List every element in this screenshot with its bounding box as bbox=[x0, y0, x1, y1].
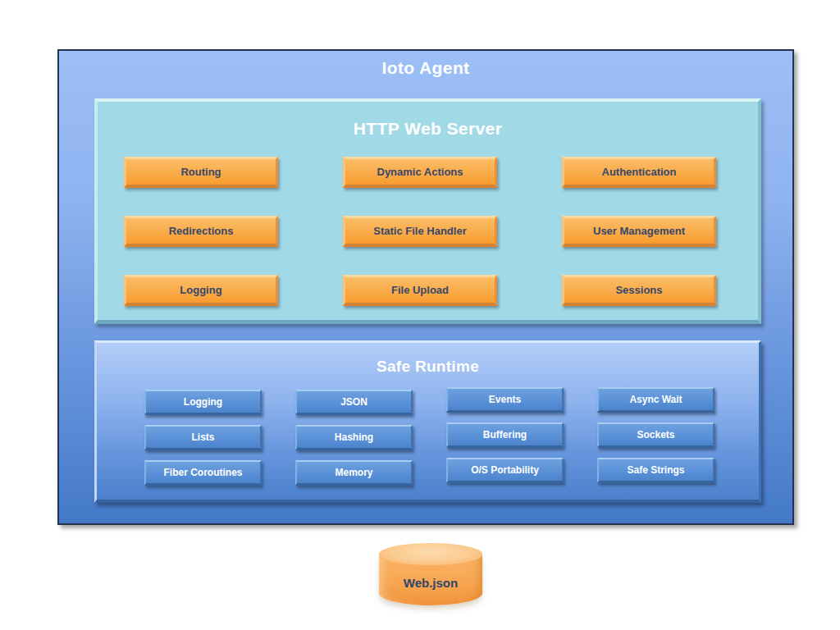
diagram-canvas: Ioto Agent HTTP Web Server Routing Dynam… bbox=[0, 0, 840, 630]
runtime-item-buffering: Buffering bbox=[446, 422, 564, 448]
runtime-item-safe-strings: Safe Strings bbox=[597, 458, 714, 483]
webjson-datastore-cylinder: Web.json bbox=[379, 543, 482, 607]
safe-runtime-box: Safe Runtime Logging JSON Events Async W… bbox=[94, 340, 761, 503]
cylinder-top-ellipse bbox=[379, 543, 482, 565]
runtime-item-logging: Logging bbox=[144, 390, 262, 415]
runtime-item-sockets: Sockets bbox=[597, 422, 714, 448]
http-item-static-file-handler: Static File Handler bbox=[343, 216, 497, 247]
runtime-item-events: Events bbox=[446, 387, 564, 413]
runtime-item-fiber-coroutines: Fiber Coroutines bbox=[144, 460, 262, 486]
http-item-file-upload: File Upload bbox=[343, 275, 497, 306]
ioto-agent-title: Ioto Agent bbox=[59, 58, 792, 78]
http-item-logging: Logging bbox=[124, 275, 278, 306]
http-item-routing: Routing bbox=[124, 157, 278, 188]
http-item-sessions: Sessions bbox=[562, 275, 716, 306]
webjson-label: Web.json bbox=[404, 576, 458, 590]
http-item-redirections: Redirections bbox=[124, 216, 278, 247]
http-feature-grid: Routing Dynamic Actions Authentication R… bbox=[124, 157, 716, 306]
runtime-item-os-portability: O/S Portability bbox=[446, 458, 564, 483]
runtime-item-async-wait: Async Wait bbox=[597, 387, 714, 413]
safe-runtime-title: Safe Runtime bbox=[97, 358, 759, 376]
http-item-user-management: User Management bbox=[562, 216, 716, 247]
http-web-server-title: HTTP Web Server bbox=[98, 119, 758, 139]
runtime-feature-grid: Logging JSON Events Async Wait Lists Has… bbox=[144, 390, 714, 486]
runtime-item-memory: Memory bbox=[295, 460, 413, 486]
http-web-server-box: HTTP Web Server Routing Dynamic Actions … bbox=[94, 98, 761, 324]
runtime-item-lists: Lists bbox=[144, 425, 262, 450]
http-item-authentication: Authentication bbox=[562, 157, 716, 188]
http-item-dynamic-actions: Dynamic Actions bbox=[343, 157, 497, 188]
runtime-item-json: JSON bbox=[295, 390, 413, 415]
ioto-agent-box: Ioto Agent HTTP Web Server Routing Dynam… bbox=[57, 49, 794, 525]
runtime-item-hashing: Hashing bbox=[295, 425, 413, 450]
